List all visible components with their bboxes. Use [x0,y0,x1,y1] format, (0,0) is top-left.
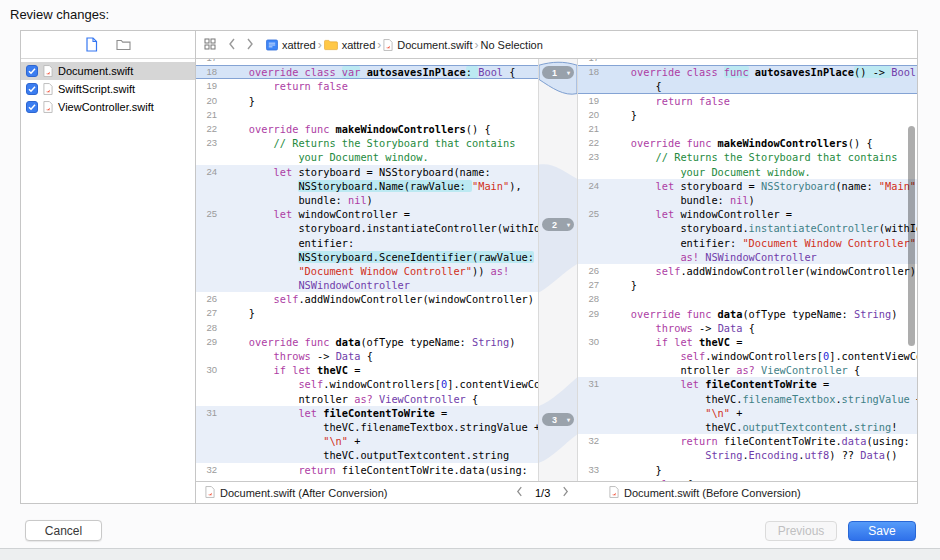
diff-area: 1718 override class var autosavesInPlace… [196,59,917,481]
file-checkbox[interactable] [26,83,38,95]
file-row[interactable]: SwiftScript.swift [21,80,195,98]
code-line: 31 let fileContentToWrite = theVC.filena… [196,406,538,463]
file-checkbox[interactable] [26,65,38,77]
line-number: 20 [578,108,604,122]
swift-file-icon [609,486,619,500]
breadcrumb-item[interactable]: No Selection [480,39,542,51]
line-number: 25 [196,207,222,292]
line-number: 23 [196,136,222,164]
cancel-button[interactable]: Cancel [25,520,102,541]
line-number: 27 [578,278,604,292]
before-conversion-pane: 1718 override class func autosavesInPlac… [578,59,917,481]
forward-icon[interactable] [246,38,254,52]
line-number: 22 [578,136,604,150]
breadcrumb-label: xattred [282,39,316,51]
code-line: 27 } [196,306,538,320]
code-line: 22 override func makeWindowControllers()… [578,136,917,150]
breadcrumb-label: No Selection [480,39,542,51]
code-line: 23 // Returns the Storyboard that contai… [578,150,917,178]
code-line: 31 let fileContentToWrite = theVC.filena… [578,377,917,434]
code-line: 18 override class func autosavesInPlace(… [578,65,917,93]
review-changes-panel: Document.swiftSwiftScript.swiftViewContr… [20,30,918,504]
breadcrumb-label: Document.swift [397,39,472,51]
file-name: ViewController.swift [58,101,154,113]
jump-bar: Document.swift (After Conversion) 1/3 Do… [196,481,917,503]
code-line: 23 // Returns the Storyboard that contai… [196,136,538,164]
code-line: 32 return fileContentToWrite.data(using:… [578,434,917,462]
breadcrumb-separator-icon: › [316,38,324,52]
swift-file-icon [43,65,53,77]
code-line: 22 override func makeWindowControllers()… [196,122,538,136]
code-line: 24 let storyboard = NSStoryboard(name: "… [578,179,917,207]
next-change-icon[interactable] [562,486,569,499]
line-number: 18 [196,65,222,79]
line-number: 32 [196,463,222,477]
code-line: 19 return false [578,94,917,108]
code-line: 29 override func data(ofType typeName: S… [196,335,538,363]
line-number: 29 [578,307,604,335]
file-name: Document.swift [58,65,133,77]
breadcrumb-separator-icon: › [375,38,383,52]
line-number: 28 [196,321,222,335]
swift-file-icon [43,101,53,113]
line-number: 33 [578,463,604,477]
breadcrumb: xattred›xattred›Document.swift›No Select… [266,38,543,52]
folder-icon [324,39,338,51]
line-number: 21 [578,122,604,136]
page-title: Review changes: [10,7,109,22]
line-number: 30 [578,335,604,378]
window-bottom-strip [0,548,940,560]
code-line: 21 [578,122,917,136]
code-line: 30 if let theVC = self.windowControllers… [578,335,917,378]
line-number: 26 [578,264,604,278]
code-line: 29 override func data(ofType typeName: S… [578,307,917,335]
line-number: 31 [196,406,222,463]
breadcrumb-item[interactable]: xattred [266,39,316,51]
change-badge-3[interactable]: 3▾ [542,413,574,426]
line-number: 20 [196,94,222,108]
folder-view-icon[interactable] [116,38,131,51]
before-file-label[interactable]: Document.swift (Before Conversion) [609,482,801,503]
after-file-label[interactable]: Document.swift (After Conversion) [205,482,388,503]
file-row[interactable]: ViewController.swift [21,98,195,116]
line-number: 31 [578,377,604,434]
code-line: 28 [196,321,538,335]
code-line: 28 [578,292,917,306]
code-line: 18 override class var autosavesInPlace: … [196,65,538,79]
line-number: 28 [578,292,604,306]
line-number: 30 [196,363,222,406]
breadcrumb-item[interactable]: xattred [324,39,376,51]
code-line: 20 } [578,108,917,122]
file-row[interactable]: Document.swift [21,62,195,80]
code-line: 25 let windowController = storyboard.ins… [578,207,917,264]
file-name: SwiftScript.swift [58,83,135,95]
breadcrumb-item[interactable]: Document.swift [383,39,472,51]
line-number: 29 [196,335,222,363]
previous-change-icon[interactable] [516,486,523,499]
file-checkbox[interactable] [26,101,38,113]
related-items-icon[interactable] [204,38,216,52]
sidebar-view-switcher [21,31,195,59]
back-icon[interactable] [228,38,236,52]
document-view-icon[interactable] [85,37,98,52]
code-line: 26 self.addWindowController(windowContro… [196,292,538,306]
line-number: 27 [196,306,222,320]
breadcrumb-separator-icon: › [472,38,480,52]
line-number: 24 [578,179,604,207]
save-button[interactable]: Save [848,521,916,541]
breadcrumb-bar: xattred›xattred›Document.swift›No Select… [196,31,917,59]
chevron-down-icon: ▾ [567,69,574,76]
previous-button[interactable]: Previous [765,521,837,541]
swift-file-icon [43,83,53,95]
change-badge-2[interactable]: 2▾ [542,218,574,231]
project-icon [266,39,278,51]
code-line: 26 self.addWindowController(windowContro… [578,264,917,278]
line-number: 21 [196,108,222,122]
change-badge-1[interactable]: 1▾ [542,66,574,79]
vertical-scrollbar[interactable] [908,126,915,346]
line-number: 18 [578,65,604,93]
code-line: 30 if let theVC = self.windowControllers… [196,363,538,406]
change-gutter: 1▾2▾3▾ [538,59,578,481]
line-number: 23 [578,150,604,178]
breadcrumb-label: xattred [342,39,376,51]
